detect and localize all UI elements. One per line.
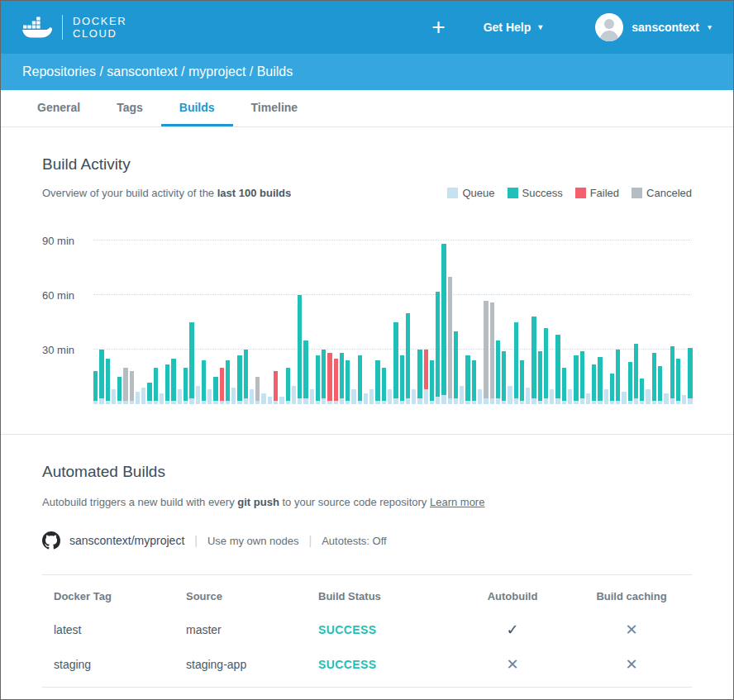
tab-tags[interactable]: Tags (98, 90, 161, 126)
build-bar[interactable] (502, 351, 506, 404)
build-bar[interactable] (531, 317, 536, 404)
build-bar[interactable] (292, 386, 296, 404)
build-bar[interactable] (465, 355, 469, 404)
build-bar[interactable] (237, 355, 241, 404)
build-bar[interactable] (117, 377, 122, 404)
tab-timeline[interactable]: Timeline (233, 90, 317, 126)
build-bar[interactable] (604, 389, 608, 404)
build-bar[interactable] (322, 350, 326, 404)
build-bar[interactable] (393, 322, 398, 404)
build-bar[interactable] (544, 328, 548, 404)
build-bar[interactable] (346, 360, 350, 404)
build-bar[interactable] (316, 355, 320, 404)
build-bar[interactable] (568, 389, 572, 404)
autobuild-toggle-icon[interactable]: ✕ (506, 655, 518, 674)
build-bar[interactable] (231, 388, 236, 404)
build-bar[interactable] (646, 389, 650, 404)
build-bar[interactable] (298, 295, 302, 404)
build-bar[interactable] (670, 346, 674, 404)
build-bar[interactable] (226, 360, 230, 404)
build-bar[interactable] (279, 397, 284, 404)
build-bar[interactable] (171, 359, 175, 404)
build-bar[interactable] (112, 389, 116, 404)
build-bar[interactable] (688, 348, 692, 404)
build-caching-toggle-icon[interactable]: ✕ (625, 655, 637, 674)
build-bar[interactable] (586, 393, 590, 404)
build-bar[interactable] (136, 392, 140, 404)
build-bar[interactable] (375, 360, 379, 404)
build-bar[interactable] (358, 355, 362, 404)
build-bar[interactable] (676, 359, 680, 404)
build-bar[interactable] (207, 389, 212, 404)
build-bar[interactable] (184, 368, 188, 404)
build-bar[interactable] (141, 388, 145, 404)
breadcrumb[interactable]: Repositories / sanscontext / myproject /… (22, 64, 293, 79)
build-bar[interactable] (220, 368, 224, 404)
build-bar[interactable] (165, 364, 169, 404)
build-bar[interactable] (334, 359, 338, 404)
build-bar[interactable] (424, 350, 428, 404)
build-bar[interactable] (628, 362, 632, 404)
build-bar[interactable] (610, 374, 614, 404)
build-bar[interactable] (640, 379, 644, 404)
build-bar[interactable] (189, 322, 193, 404)
build-bar[interactable] (550, 389, 554, 404)
build-bar[interactable] (327, 353, 331, 404)
build-bar[interactable] (250, 389, 254, 404)
build-bar[interactable] (622, 392, 626, 404)
build-bar[interactable] (244, 350, 248, 404)
build-bar[interactable] (580, 351, 584, 404)
add-icon[interactable]: + (431, 16, 445, 39)
learn-more-link[interactable]: Learn more (430, 496, 484, 508)
build-bar[interactable] (310, 389, 314, 404)
build-bar[interactable] (496, 340, 500, 404)
build-bar[interactable] (441, 244, 446, 404)
build-bar[interactable] (93, 371, 98, 404)
build-bar[interactable] (255, 377, 260, 404)
build-bar[interactable] (430, 360, 434, 404)
build-bar[interactable] (178, 389, 182, 404)
build-bar[interactable] (154, 368, 158, 404)
build-bar[interactable] (448, 277, 452, 404)
build-bar[interactable] (454, 331, 458, 404)
build-bar[interactable] (634, 344, 638, 404)
build-bar[interactable] (268, 397, 272, 404)
tab-general[interactable]: General (19, 90, 98, 126)
autobuild-toggle-icon[interactable]: ✓ (506, 621, 518, 639)
build-bar[interactable] (261, 393, 265, 404)
build-bar[interactable] (460, 386, 464, 404)
build-bar[interactable] (406, 313, 410, 404)
build-bar[interactable] (598, 357, 602, 404)
user-menu[interactable]: sanscontext ▾ (595, 13, 712, 41)
build-bar[interactable] (160, 393, 164, 404)
tab-builds[interactable]: Builds (161, 90, 233, 126)
build-bar[interactable] (123, 368, 127, 404)
build-bar[interactable] (364, 393, 368, 404)
build-bar[interactable] (412, 389, 416, 404)
build-bar[interactable] (682, 395, 686, 404)
build-bar[interactable] (340, 353, 344, 404)
build-bar[interactable] (213, 377, 217, 404)
docker-cloud-logo[interactable]: DOCKER CLOUD (22, 15, 126, 40)
build-bar[interactable] (562, 368, 566, 404)
build-bar[interactable] (369, 389, 374, 404)
build-bar[interactable] (490, 302, 494, 404)
build-bar[interactable] (484, 301, 488, 404)
build-bar[interactable] (538, 351, 542, 404)
build-bar[interactable] (274, 371, 278, 404)
build-bar[interactable] (472, 360, 476, 404)
build-bar[interactable] (196, 386, 200, 404)
build-bar[interactable] (147, 383, 151, 404)
build-bar[interactable] (388, 389, 392, 404)
build-bar[interactable] (436, 292, 440, 404)
build-bar[interactable] (652, 353, 656, 404)
own-nodes-link[interactable]: Use my own nodes (207, 535, 299, 547)
build-bar[interactable] (99, 350, 103, 404)
build-bar[interactable] (351, 389, 355, 404)
build-bar[interactable] (514, 322, 518, 404)
build-bar[interactable] (478, 389, 482, 404)
build-bar[interactable] (303, 340, 307, 404)
build-bar[interactable] (202, 360, 206, 404)
build-bar[interactable] (400, 355, 404, 404)
build-bar[interactable] (508, 386, 512, 404)
